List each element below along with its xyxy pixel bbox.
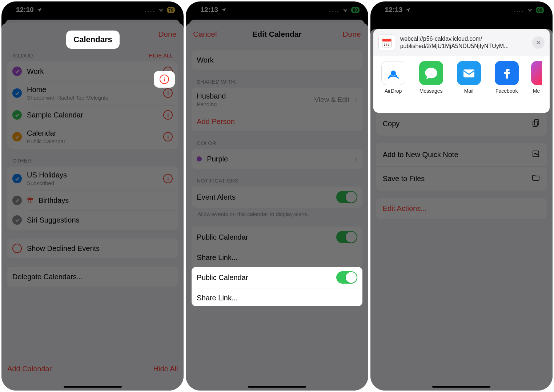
checkmark-icon bbox=[12, 215, 22, 225]
page-title: Edit Calendar bbox=[222, 30, 332, 39]
section-label: SHARED WITH: bbox=[197, 79, 236, 85]
calendar-name: Home bbox=[27, 85, 158, 94]
actions-group: Copy bbox=[376, 112, 547, 136]
battery-pill: 80 bbox=[351, 7, 359, 13]
done-button[interactable]: Done bbox=[147, 30, 176, 39]
calendar-app-icon bbox=[378, 34, 395, 51]
calendar-row-siri[interactable]: Siri Suggestions bbox=[7, 210, 178, 230]
facebook-app[interactable]: Facebook bbox=[493, 61, 520, 94]
toggle-switch[interactable] bbox=[336, 231, 357, 243]
sheet-header: Cancel Edit Calendar Done bbox=[186, 23, 368, 44]
info-icon[interactable]: i bbox=[163, 174, 173, 183]
home-indicator bbox=[248, 386, 306, 388]
location-icon bbox=[221, 7, 226, 13]
shared-name: Husband bbox=[197, 92, 309, 100]
checkmark-icon bbox=[12, 196, 22, 205]
url-line-2: published/2/MjU1MjA5NDU5NjIyNTUyM... bbox=[400, 43, 527, 50]
svg-rect-2 bbox=[534, 120, 539, 125]
share-link-label: Share Link... bbox=[197, 294, 237, 302]
share-link-row[interactable]: Share Link... bbox=[192, 248, 362, 267]
section-label: COLOR bbox=[197, 140, 216, 146]
info-icon[interactable]: i bbox=[160, 75, 169, 84]
quicknote-label: Add to New Quick Note bbox=[383, 151, 458, 159]
public-label: Public Calendar bbox=[197, 233, 331, 241]
show-declined-row[interactable]: Show Declined Events bbox=[7, 239, 178, 258]
close-button[interactable] bbox=[532, 36, 545, 49]
icloud-calendars-group: Work i Home Shared with Rachel Tee-Meleg… bbox=[7, 61, 178, 149]
checkmark-icon bbox=[12, 132, 22, 141]
info-icon[interactable]: i bbox=[163, 132, 173, 141]
calendar-row-home[interactable]: Home Shared with Rachel Tee-Melegrito i bbox=[7, 81, 178, 105]
info-icon[interactable]: i bbox=[163, 110, 173, 120]
empty-check-icon bbox=[12, 244, 22, 253]
airdrop-app[interactable]: AirDrop bbox=[380, 61, 407, 94]
mail-app[interactable]: Mail bbox=[455, 61, 482, 94]
svg-point-9 bbox=[388, 44, 389, 45]
shared-group: Husband Pending View & Edit › Add Person bbox=[192, 88, 362, 131]
save-action[interactable]: Save to Files bbox=[376, 167, 547, 191]
add-calendar-button[interactable]: Add Calendar bbox=[7, 365, 52, 373]
color-row[interactable]: Purple › bbox=[192, 149, 362, 169]
public-calendar-row[interactable]: Public Calendar bbox=[192, 227, 362, 248]
home-indicator bbox=[64, 386, 122, 388]
calendar-row-public[interactable]: Calendar Public Calendar i bbox=[7, 125, 178, 149]
toggle-switch[interactable] bbox=[336, 271, 357, 284]
cell-dots: .... bbox=[329, 6, 340, 14]
copy-action[interactable]: Copy bbox=[376, 112, 547, 136]
delegate-row[interactable]: Delegate Calendars... bbox=[7, 267, 178, 287]
mail-icon bbox=[457, 61, 481, 85]
public-calendar-row[interactable]: Public Calendar bbox=[192, 267, 362, 288]
share-header: webcal://p56-caldav.icloud.com/ publishe… bbox=[373, 29, 550, 56]
cancel-button[interactable]: Cancel bbox=[193, 30, 222, 39]
app-label: Me bbox=[533, 88, 540, 94]
more-app[interactable]: Me bbox=[531, 61, 542, 94]
svg-rect-14 bbox=[463, 69, 474, 77]
calendar-row-holidays[interactable]: US Holidays Subscribed i bbox=[7, 167, 178, 191]
calendar-row-sample[interactable]: Sample Calendar i bbox=[7, 105, 178, 125]
checkmark-icon bbox=[12, 110, 22, 120]
calendar-row-work[interactable]: Work i bbox=[7, 61, 178, 81]
calendar-row-birthdays[interactable]: Birthdays bbox=[7, 191, 178, 210]
calendar-name: Work bbox=[27, 67, 158, 76]
color-group: Purple › bbox=[192, 149, 362, 169]
shared-person-row[interactable]: Husband Pending View & Edit › bbox=[192, 88, 362, 112]
event-alerts-row[interactable]: Event Alerts bbox=[192, 187, 362, 208]
alerts-label: Event Alerts bbox=[197, 193, 331, 201]
color-value: Purple bbox=[207, 155, 349, 163]
checkmark-icon bbox=[12, 174, 22, 183]
more-actions-group: Add to New Quick Note Save to Files bbox=[376, 143, 547, 191]
save-label: Save to Files bbox=[383, 175, 425, 183]
public-label: Public Calendar bbox=[197, 273, 331, 282]
calendar-name: Calendar bbox=[27, 129, 158, 137]
quicknote-icon bbox=[531, 149, 540, 160]
section-header-shared: SHARED WITH: bbox=[192, 70, 362, 88]
toggle-switch[interactable] bbox=[336, 191, 357, 203]
quicknote-action[interactable]: Add to New Quick Note bbox=[376, 143, 547, 167]
share-link-row[interactable]: Share Link... bbox=[192, 288, 362, 306]
gift-icon bbox=[27, 196, 33, 204]
app-label: Facebook bbox=[495, 88, 518, 94]
edit-actions-group: Edit Actions... bbox=[376, 198, 547, 219]
edit-actions-button[interactable]: Edit Actions... bbox=[376, 198, 547, 219]
svg-rect-3 bbox=[533, 121, 537, 127]
name-group: Work bbox=[192, 50, 362, 70]
copy-icon bbox=[531, 119, 540, 129]
add-person-button[interactable]: Add Person bbox=[192, 112, 362, 131]
cell-dots: .... bbox=[513, 6, 524, 14]
calendar-name-field[interactable]: Work bbox=[192, 50, 362, 70]
wifi-icon bbox=[526, 7, 534, 13]
messages-app[interactable]: Messages bbox=[418, 61, 445, 94]
hide-all-button[interactable]: Hide All bbox=[153, 365, 178, 373]
url-line-1: webcal://p56-caldav.icloud.com/ bbox=[400, 35, 527, 43]
add-person-label: Add Person bbox=[197, 117, 235, 126]
hide-all-link[interactable]: HIDE ALL bbox=[149, 52, 173, 59]
app-label: Mail bbox=[464, 88, 474, 94]
checkmark-icon bbox=[12, 67, 22, 76]
calendar-name: Sample Calendar bbox=[27, 111, 158, 119]
status-bar: 12:13 .... 80 bbox=[370, 1, 553, 15]
folder-icon bbox=[531, 173, 540, 184]
done-button[interactable]: Done bbox=[332, 30, 361, 39]
clock-time: 12:10 bbox=[16, 6, 34, 14]
page-title: Calendars bbox=[73, 35, 112, 44]
info-icon[interactable]: i bbox=[163, 88, 173, 98]
